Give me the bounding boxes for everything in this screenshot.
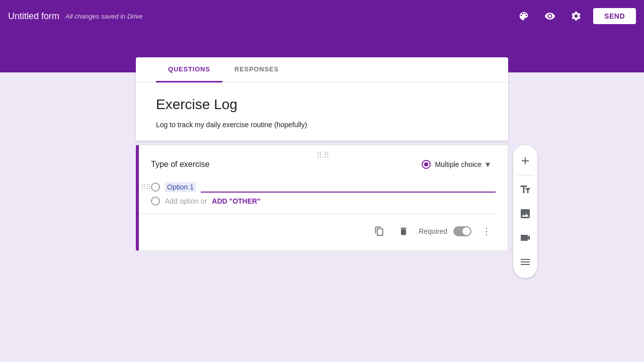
tabs-bar: QUESTIONS RESPONSES [136,57,508,82]
option-text-selected: Option 1 [165,182,196,192]
header-right: SEND [515,7,636,25]
option-drag-icon[interactable]: ⠿⠿ [141,183,151,191]
preview-button[interactable] [541,7,559,25]
radio-circle-1 [151,183,160,192]
option-1-input[interactable] [201,182,496,193]
add-radio-circle [151,197,160,206]
options-area: ⠿⠿ Option 1 Add option or ADD "OTHER" [139,182,496,206]
save-status: All changes saved in Drive [65,13,142,20]
header-left: Untitled form All changes saved in Drive [8,11,142,22]
add-image-button[interactable] [513,202,537,226]
form-container: QUESTIONS RESPONSES Exercise Log Log to … [136,57,508,141]
question-title-text[interactable]: Type of exercise [151,160,210,169]
right-sidebar [513,145,537,278]
add-title-button[interactable] [513,177,537,202]
question-card: ⠿⠿ Type of exercise Multiple choice ▾ ⠿⠿ [136,145,508,251]
sidebar-divider-1 [517,175,533,175]
question-type-label: Multiple choice [435,160,481,168]
delete-button[interactable] [394,222,413,240]
add-other-link[interactable]: ADD "OTHER" [212,197,261,205]
form-description: Log to track my daily exercise routine (… [156,121,488,129]
app-header: Untitled form All changes saved in Drive… [0,0,644,32]
inner-form: QUESTIONS RESPONSES Exercise Log Log to … [136,72,508,251]
content-wrapper: QUESTIONS RESPONSES Exercise Log Log to … [0,72,644,251]
duplicate-button[interactable] [370,222,388,240]
tab-questions[interactable]: QUESTIONS [156,57,222,82]
more-options-button[interactable]: ⋮ [477,222,496,240]
question-section: ⠿⠿ Type of exercise Multiple choice ▾ ⠿⠿ [136,145,508,251]
question-footer: Required ⋮ [139,214,496,240]
option-row-1: ⠿⠿ Option 1 [151,182,496,193]
form-title-header: Untitled form [8,11,59,22]
send-button[interactable]: SEND [593,8,636,24]
required-label: Required [419,227,447,235]
chevron-down-icon: ▾ [486,159,490,170]
add-option-text[interactable]: Add option or [165,197,207,205]
add-video-button[interactable] [513,226,537,250]
palette-button[interactable] [515,7,533,25]
required-toggle[interactable] [453,226,471,236]
add-question-button[interactable] [513,149,537,173]
radio-type-icon [422,160,431,169]
settings-button[interactable] [567,7,585,25]
tab-responses[interactable]: RESPONSES [222,57,291,82]
question-type-selector[interactable]: Multiple choice ▾ [416,155,496,173]
add-option-row: Add option or ADD "OTHER" [151,197,496,206]
form-title-section: Exercise Log Log to track my daily exerc… [136,82,508,141]
form-main-title: Exercise Log [156,97,488,113]
add-section-button[interactable] [513,250,537,274]
drag-handle[interactable]: ⠿⠿ [316,150,331,160]
